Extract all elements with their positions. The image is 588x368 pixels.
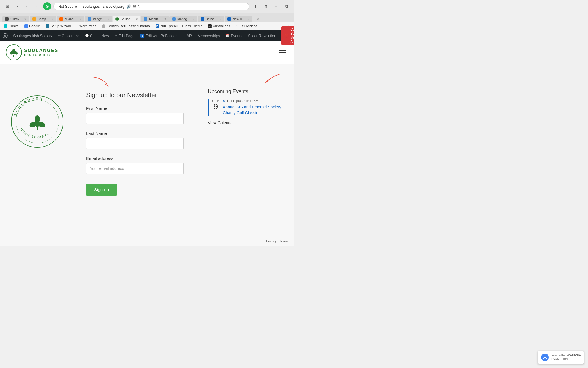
site-logo-header[interactable]: SOULANGES IRISH SOCIETY	[6, 44, 58, 60]
svg-text:SOULANGES: SOULANGES	[13, 97, 44, 116]
sign-up-button[interactable]: Sign up	[86, 184, 117, 195]
bebuilder-label: Edit with BeBuilder	[146, 34, 177, 38]
customize-label: Customize	[62, 34, 79, 38]
wp-site-name[interactable]: Soulanges Irish Society	[10, 30, 55, 41]
last-name-input[interactable]	[86, 138, 184, 149]
wp-slider-revolution-item[interactable]: Slider Revolution	[245, 30, 279, 41]
audio-icon: 🔊	[127, 4, 131, 9]
wp-comments-item[interactable]: 💬 0	[82, 30, 95, 41]
tab-close-icon[interactable]: ×	[164, 18, 166, 21]
tab-close-icon[interactable]: ×	[107, 18, 109, 21]
tab-bar: Surviv... × Camp... × cPanel... × Widge.…	[0, 13, 294, 22]
download-icon[interactable]: ⬇	[252, 2, 260, 10]
tab-close-icon[interactable]: ×	[24, 18, 26, 21]
arrow-decoration-top	[86, 76, 191, 90]
chevron-down-button[interactable]: ▾	[13, 2, 21, 10]
tab-close-icon[interactable]: ×	[51, 18, 53, 21]
tab-surviv[interactable]: Surviv... ×	[2, 16, 29, 22]
coming-soon-icon: 🚫	[284, 34, 289, 38]
tab-favicon	[172, 17, 176, 21]
coming-soon-button[interactable]: 🚫 Coming Soon Mode Active	[281, 26, 294, 45]
tab-close-icon[interactable]: ×	[219, 18, 221, 21]
tab-widge[interactable]: Widge... ×	[85, 16, 112, 22]
tab-close-icon[interactable]: ×	[248, 18, 249, 21]
calendar-icon: 📅	[226, 34, 230, 38]
wp-logo-icon: W	[3, 33, 8, 38]
llar-label: LLAR	[183, 34, 192, 38]
event-details: ⚑ 12:00 pm - 10:00 pm Annual SIS and Eme…	[223, 99, 288, 116]
edit-page-label: Edit Page	[118, 34, 134, 38]
wp-logo[interactable]: W	[0, 30, 10, 41]
events-label: Events	[231, 34, 242, 38]
back-button[interactable]: ‹	[23, 2, 31, 10]
arrow-decor-icon	[92, 76, 115, 90]
tab-favicon	[144, 17, 147, 21]
email-input[interactable]	[86, 163, 184, 174]
address-bar[interactable]: Not Secure — soulangesirishsociety.org 🔊…	[53, 3, 249, 10]
tab-favicon	[32, 17, 36, 21]
tab-label: Manua...	[149, 17, 161, 21]
hamburger-menu[interactable]	[277, 48, 288, 57]
reload-icon[interactable]: ↻	[138, 4, 141, 9]
tab-label: Manag...	[177, 17, 190, 21]
first-name-input[interactable]	[86, 113, 184, 124]
sidebar-icon[interactable]: ⧉	[283, 2, 291, 10]
svg-text:IRISH SOCIETY: IRISH SOCIETY	[19, 127, 51, 139]
event-time-text: 12:00 pm - 10:00 pm	[227, 99, 258, 103]
main-content: SOULANGES IRISH SOCIETY Si	[0, 64, 294, 237]
tab-favicon	[5, 17, 9, 21]
new-tab-icon[interactable]: +	[272, 2, 280, 10]
tab-favicon	[88, 17, 91, 21]
wp-events-item[interactable]: 📅 Events	[223, 30, 245, 41]
svg-point-16	[35, 115, 40, 123]
wp-bebuilder-item[interactable]: B Edit with BeBuilder	[138, 30, 180, 41]
share-icon[interactable]: ⬆	[262, 2, 270, 10]
more-tabs-icon[interactable]: »	[254, 14, 262, 22]
tab-close-icon[interactable]: ×	[136, 18, 138, 21]
comment-icon: 💬	[85, 34, 89, 38]
tab-manag[interactable]: Manag... ×	[169, 16, 197, 22]
plus-icon: +	[98, 34, 100, 38]
wp-admin-bar-inner: W Soulanges Irish Society ✏ Customize 💬 …	[0, 26, 294, 45]
event-flag-icon: ⚑	[223, 100, 225, 103]
tab-label: Camp...	[38, 17, 49, 21]
wp-customize-item[interactable]: ✏ Customize	[55, 30, 82, 41]
tab-newd[interactable]: New D... ×	[225, 16, 252, 22]
tab-cpanel[interactable]: cPanel... ×	[57, 16, 84, 22]
logo-name: SOULANGES	[24, 48, 58, 53]
wp-llar-item[interactable]: LLAR	[180, 30, 195, 41]
wp-new-item[interactable]: + New	[95, 30, 112, 41]
translate-icon: ⊞	[133, 4, 136, 9]
footer-links: Privacy Terms	[264, 239, 288, 243]
tab-bethe[interactable]: Bethe... ×	[198, 16, 224, 22]
tab-soulanges[interactable]: Soulan... ×	[113, 16, 140, 22]
footer-terms-link[interactable]: Terms	[280, 239, 288, 243]
sidebar-toggle-button[interactable]: ⊞	[3, 2, 11, 10]
address-bar-url: Not Secure — soulangesirishsociety.org	[58, 4, 124, 9]
tab-close-icon[interactable]: ×	[193, 18, 194, 21]
tab-manua[interactable]: Manua... ×	[141, 16, 169, 22]
nav-controls: ⊞ ▾ ‹ ›	[3, 2, 41, 10]
edit-icon: ✏	[115, 34, 117, 38]
upcoming-events-heading: Upcoming Events	[208, 89, 288, 95]
coming-soon-label: Coming Soon Mode Active	[290, 28, 294, 44]
browser-chrome: ⊞ ▾ ‹ › G Not Secure — soulangesirishsoc…	[0, 0, 294, 30]
view-calendar-link[interactable]: View Calendar	[208, 120, 234, 125]
wp-memberships-item[interactable]: Memberships	[195, 30, 223, 41]
logo-subtitle: IRISH SOCIETY	[24, 53, 58, 57]
tab-camp[interactable]: Camp... ×	[30, 16, 56, 22]
tab-label: Bethe...	[206, 17, 217, 21]
tab-favicon	[227, 17, 231, 21]
tab-favicon	[59, 17, 63, 21]
email-label: Email address:	[86, 156, 191, 161]
tab-close-icon[interactable]: ×	[80, 18, 82, 21]
address-bar-icons: 🔊 ⊞ ↻	[127, 4, 141, 9]
wp-admin-bar: W Soulanges Irish Society ✏ Customize 💬 …	[0, 30, 294, 41]
tab-label: cPanel...	[65, 17, 77, 21]
wp-edit-page-item[interactable]: ✏ Edit Page	[112, 30, 137, 41]
event-name-link[interactable]: Annual SIS and Emerald Society Charity G…	[223, 104, 288, 116]
forward-button[interactable]: ›	[33, 2, 41, 10]
last-name-label: Last Name	[86, 131, 191, 136]
footer-privacy-link[interactable]: Privacy	[266, 239, 276, 243]
svg-point-8	[13, 52, 15, 54]
